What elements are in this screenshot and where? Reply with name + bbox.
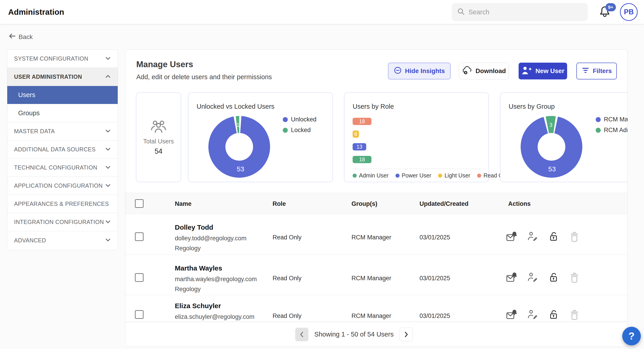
legend-label: RCM Manager bbox=[604, 116, 628, 123]
sidebar-section-label: SYSTEM CONFIGURATION bbox=[14, 55, 104, 62]
row-checkbox[interactable] bbox=[135, 273, 144, 282]
hide-insights-label: Hide Insights bbox=[405, 67, 445, 75]
people-group-icon bbox=[150, 119, 167, 136]
administration-page: Administration 9+ PB Back SYSTEM CONFIGU… bbox=[0, 0, 644, 349]
column-header-group-s-: Group(s) bbox=[352, 200, 377, 207]
edit-icon[interactable] bbox=[527, 309, 538, 320]
sidebar-section-label: APPLICATION CONFIGURATION bbox=[14, 182, 104, 189]
chevron-down-icon bbox=[104, 218, 111, 226]
back-button[interactable]: Back bbox=[8, 32, 33, 42]
download-button[interactable]: Download bbox=[459, 63, 509, 79]
legend-dot bbox=[596, 117, 601, 122]
sidebar-section-technical-configuration[interactable]: TECHNICAL CONFIGURATION bbox=[7, 159, 118, 177]
table-header: NameRoleGroup(s)Updated/CreatedActions bbox=[126, 193, 628, 214]
notify-icon[interactable] bbox=[506, 272, 516, 282]
avatar[interactable]: PB bbox=[620, 3, 638, 21]
sidebar-section-advanced[interactable]: ADVANCED bbox=[7, 231, 118, 249]
sidebar-section-user-administration[interactable]: USER ADMINISTRATION bbox=[7, 68, 118, 86]
legend-label: RCM Admin bbox=[604, 127, 628, 134]
user-role: Read Only bbox=[272, 234, 302, 241]
legend-dot bbox=[283, 128, 288, 133]
sidebar-section-integration-configuration[interactable]: INTEGRATION CONFIGURATION bbox=[7, 213, 118, 231]
sidebar-section-label: MASTER DATA bbox=[14, 128, 104, 135]
sidebar-section-application-configuration[interactable]: APPLICATION CONFIGURATION bbox=[7, 177, 118, 195]
next-page-button[interactable] bbox=[400, 328, 413, 341]
user-updated: 03/01/2025 bbox=[420, 312, 450, 319]
unlock-icon[interactable] bbox=[548, 231, 559, 242]
legend-dot bbox=[477, 174, 481, 178]
legend-label: Admin User bbox=[359, 172, 389, 179]
legend-dot bbox=[596, 128, 601, 133]
bar-admin-user: 18 bbox=[352, 156, 372, 163]
sidebar-section-additional-data-sources[interactable]: ADDITIONAL DATA SOURCES bbox=[7, 140, 118, 159]
notification-badge: 9+ bbox=[606, 3, 616, 11]
hide-insights-button[interactable]: Hide Insights bbox=[388, 63, 450, 79]
sidebar-section-appearances-preferences[interactable]: APPEARANCES & PREFERENCES bbox=[7, 195, 118, 213]
sidebar-section-label: APPEARANCES & PREFERENCES bbox=[14, 201, 111, 207]
total-users-card: Total Users 54 bbox=[136, 92, 181, 182]
back-label: Back bbox=[18, 33, 33, 41]
prev-page-button[interactable] bbox=[295, 328, 308, 341]
search-box[interactable] bbox=[452, 3, 588, 21]
chevron-down-icon bbox=[104, 128, 111, 135]
minus-circle-icon bbox=[394, 66, 402, 76]
panel-title: Manage Users bbox=[136, 60, 193, 69]
chart-title: Users by Role bbox=[352, 103, 394, 110]
row-checkbox[interactable] bbox=[135, 232, 144, 241]
user-email: martha.wayles@regology.com bbox=[175, 276, 257, 283]
help-button[interactable]: ? bbox=[622, 327, 641, 345]
sidebar-section-system-configuration[interactable]: SYSTEM CONFIGURATION bbox=[7, 50, 118, 68]
select-all-checkbox[interactable] bbox=[135, 199, 144, 208]
bar-read-only: 18 bbox=[352, 118, 372, 125]
notify-icon[interactable] bbox=[506, 231, 516, 242]
user-updated: 03/01/2025 bbox=[420, 234, 450, 241]
user-groups: RCM Manager bbox=[352, 312, 392, 319]
donut-value-label: 53 bbox=[548, 165, 556, 173]
user-groups: RCM Manager bbox=[352, 275, 392, 282]
row-checkbox[interactable] bbox=[135, 310, 144, 319]
chart-legend: RCM ManagerRCM Admin bbox=[596, 116, 628, 134]
column-header-name: Name bbox=[175, 200, 192, 207]
panel-subtitle: Add, edit or delete users and their perm… bbox=[136, 73, 272, 81]
delete-icon bbox=[570, 231, 580, 242]
users-by-group-donut-chart: 533 bbox=[500, 93, 628, 182]
bar-value-label: 18 bbox=[352, 118, 372, 125]
legend-label: Locked bbox=[291, 127, 311, 134]
chevron-down-icon bbox=[104, 55, 111, 63]
edit-icon[interactable] bbox=[527, 231, 538, 242]
user-groups: RCM Manager bbox=[352, 234, 392, 241]
sidebar-section-master-data[interactable]: MASTER DATA bbox=[7, 122, 118, 140]
unlock-icon[interactable] bbox=[548, 272, 559, 282]
donut-value-label: 3 bbox=[550, 122, 552, 128]
legend-item: Light User bbox=[438, 172, 470, 179]
sidebar: SYSTEM CONFIGURATION USER ADMINISTRATION… bbox=[7, 50, 118, 250]
bar-power-user: 13 bbox=[352, 143, 366, 150]
sidebar-section-label: USER ADMINISTRATION bbox=[14, 74, 104, 80]
user-updated: 03/01/2025 bbox=[420, 275, 450, 282]
notify-icon[interactable] bbox=[506, 309, 516, 320]
new-user-button[interactable]: New User bbox=[518, 63, 567, 79]
chevron-up-icon bbox=[104, 73, 111, 81]
delete-icon bbox=[570, 272, 580, 282]
user-name: Martha Wayles bbox=[175, 264, 222, 272]
chart-legend: UnlockedLocked bbox=[283, 116, 316, 134]
sidebar-item-groups[interactable]: Groups bbox=[7, 104, 118, 122]
donut-value-label: 53 bbox=[237, 165, 244, 173]
chevron-down-icon bbox=[104, 146, 111, 153]
search-input[interactable] bbox=[468, 9, 582, 16]
user-email: dolley.todd@regology.com bbox=[175, 235, 246, 242]
sidebar-item-users[interactable]: Users bbox=[7, 86, 118, 104]
unlock-icon[interactable] bbox=[548, 309, 559, 320]
bar-value-label: 18 bbox=[352, 156, 372, 163]
legend-item: Unlocked bbox=[283, 116, 316, 123]
chevron-down-icon bbox=[104, 236, 111, 244]
bar-light-user: 6 bbox=[352, 131, 359, 138]
top-bar: Administration 9+ PB bbox=[0, 0, 644, 24]
legend-item: RCM Manager bbox=[596, 116, 628, 123]
chevron-down-icon bbox=[104, 182, 111, 190]
pagination-bar: Showing 1 - 50 of 54 Users bbox=[126, 322, 628, 347]
filters-label: Filters bbox=[593, 67, 612, 75]
edit-icon[interactable] bbox=[527, 272, 538, 282]
notifications-button[interactable]: 9+ bbox=[598, 4, 614, 21]
filters-button[interactable]: Filters bbox=[576, 63, 617, 79]
